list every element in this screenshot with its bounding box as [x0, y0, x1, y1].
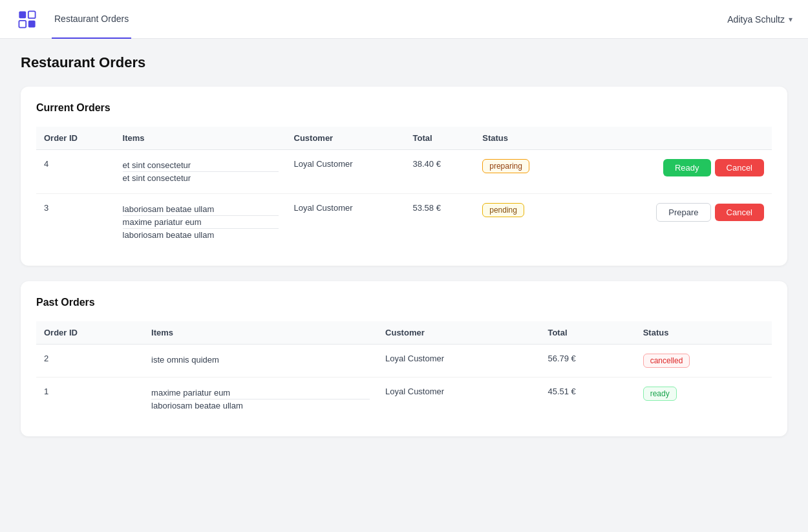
- svg-rect-3: [28, 20, 36, 27]
- item-line: laboriosam beatae ullam: [123, 229, 279, 241]
- col-customer: Customer: [286, 127, 405, 150]
- order-id-cell: 2: [36, 345, 144, 378]
- svg-rect-0: [19, 11, 26, 18]
- items-cell: iste omnis quidem: [144, 345, 377, 378]
- svg-rect-2: [19, 20, 26, 27]
- current-orders-thead: Order ID Items Customer Total Status: [36, 127, 772, 150]
- status-cell: cancelled: [635, 345, 772, 378]
- total-cell: 38.40 €: [405, 150, 475, 194]
- item-line: laboriosam beatae ullam: [151, 399, 370, 412]
- current-orders-title: Current Orders: [36, 102, 772, 114]
- status-badge: pending: [482, 203, 524, 217]
- item-line: maxime pariatur eum: [123, 216, 279, 229]
- col-total-past: Total: [540, 321, 635, 345]
- items-cell: maxime pariatur eumlaboriosam beatae ull…: [144, 378, 377, 421]
- cancel-button[interactable]: Cancel: [715, 159, 764, 176]
- nav-link-restaurant-orders[interactable]: Restaurant Orders: [52, 0, 131, 39]
- actions-cell: PrepareCancel: [575, 194, 772, 251]
- status-cell: ready: [635, 378, 772, 421]
- ready-button[interactable]: Ready: [663, 159, 711, 176]
- page-title: Restaurant Orders: [21, 54, 787, 71]
- customer-cell: Loyal Customer: [286, 150, 405, 194]
- total-cell: 56.79 €: [540, 345, 635, 378]
- order-id-cell: 1: [36, 378, 144, 421]
- past-orders-thead: Order ID Items Customer Total Status: [36, 321, 772, 345]
- status-badge: ready: [643, 387, 677, 401]
- col-items: Items: [115, 127, 286, 150]
- status-cell: pending: [474, 194, 575, 251]
- past-orders-card: Past Orders Order ID Items Customer Tota…: [21, 281, 787, 436]
- navbar: Restaurant Orders Aditya Schultz ▾: [0, 0, 808, 39]
- table-row: 1maxime pariatur eumlaboriosam beatae ul…: [36, 378, 772, 421]
- col-status: Status: [474, 127, 575, 150]
- current-orders-tbody: 4et sint consecteturet sint consecteturL…: [36, 150, 772, 251]
- actions-cell: ReadyCancel: [575, 150, 772, 194]
- order-id-cell: 4: [36, 150, 115, 194]
- table-row: 3laboriosam beatae ullammaxime pariatur …: [36, 194, 772, 251]
- items-cell: laboriosam beatae ullammaxime pariatur e…: [115, 194, 286, 251]
- col-actions: [575, 127, 772, 150]
- customer-cell: Loyal Customer: [377, 378, 540, 421]
- col-customer-past: Customer: [377, 321, 540, 345]
- navbar-left: Restaurant Orders: [16, 0, 131, 39]
- item-line: maxime pariatur eum: [151, 387, 370, 399]
- status-badge: preparing: [482, 159, 529, 173]
- col-status-past: Status: [635, 321, 772, 345]
- page-content: Restaurant Orders Current Orders Order I…: [0, 39, 808, 467]
- table-row: 4et sint consecteturet sint consecteturL…: [36, 150, 772, 194]
- current-orders-table: Order ID Items Customer Total Status 4et…: [36, 127, 772, 250]
- status-badge: cancelled: [643, 354, 690, 368]
- items-cell: et sint consecteturet sint consectetur: [115, 150, 286, 194]
- item-line: iste omnis quidem: [151, 354, 370, 366]
- total-cell: 53.58 €: [405, 194, 475, 251]
- navbar-user[interactable]: Aditya Schultz ▾: [727, 14, 792, 25]
- current-orders-card: Current Orders Order ID Items Customer T…: [21, 87, 787, 266]
- item-line: laboriosam beatae ullam: [123, 203, 279, 216]
- col-items-past: Items: [144, 321, 377, 345]
- prepare-button[interactable]: Prepare: [656, 203, 710, 222]
- chevron-down-icon: ▾: [789, 15, 792, 24]
- user-name: Aditya Schultz: [727, 14, 785, 25]
- svg-rect-1: [28, 11, 36, 18]
- col-order-id: Order ID: [36, 127, 115, 150]
- past-orders-table: Order ID Items Customer Total Status 2is…: [36, 321, 772, 421]
- table-row: 2iste omnis quidemLoyal Customer56.79 €c…: [36, 345, 772, 378]
- cancel-button[interactable]: Cancel: [715, 204, 764, 221]
- col-total: Total: [405, 127, 475, 150]
- item-line: et sint consectetur: [123, 172, 279, 184]
- customer-cell: Loyal Customer: [377, 345, 540, 378]
- order-id-cell: 3: [36, 194, 115, 251]
- logo-icon: [16, 8, 39, 31]
- customer-cell: Loyal Customer: [286, 194, 405, 251]
- item-line: et sint consectetur: [123, 159, 279, 172]
- status-cell: preparing: [474, 150, 575, 194]
- past-orders-tbody: 2iste omnis quidemLoyal Customer56.79 €c…: [36, 345, 772, 421]
- total-cell: 45.51 €: [540, 378, 635, 421]
- col-order-id-past: Order ID: [36, 321, 144, 345]
- past-orders-title: Past Orders: [36, 297, 772, 308]
